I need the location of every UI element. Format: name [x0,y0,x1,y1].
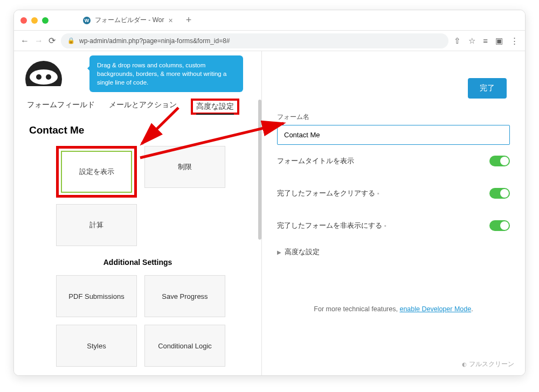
tab-title: フォームビルダー - Wor [95,16,164,25]
address-bar: ← → ⟳ 🔒 wp-admin/admin.php?page=ninja-fo… [14,31,525,51]
maximize-window-button[interactable] [42,17,49,24]
dev-mode-hint: For more technical features, enable Deve… [277,305,510,313]
tab-emails-actions[interactable]: メールとアクション [109,100,177,113]
fullscreen-link[interactable]: ◐ フルスクリーン [462,360,514,369]
back-button[interactable]: ← [20,36,29,46]
card-conditional-logic[interactable]: Conditional Logic [144,325,225,367]
url-field[interactable]: 🔒 wp-admin/admin.php?page=ninja-forms&fo… [61,33,448,48]
svg-point-3 [46,74,51,80]
form-name-input[interactable] [277,125,510,145]
enable-dev-mode-link[interactable]: enable Developer Mode [399,305,471,313]
chevron-right-icon: ▶ [277,249,281,255]
form-title: Contact Me [29,124,261,136]
card-save-progress[interactable]: Save Progress [144,275,225,317]
tab-advanced[interactable]: 高度な設定 [196,102,234,115]
svg-point-1 [30,69,58,85]
additional-settings-heading: Additional Settings [14,258,261,267]
toggle-clear[interactable] [489,188,510,199]
setting-clear-label: 完了したフォームをクリアする [277,189,375,197]
scrollbar[interactable] [258,100,261,240]
form-name-label: フォーム名 [277,113,510,122]
lock-icon: 🔒 [67,37,75,44]
help-icon[interactable]: ▪ [377,190,379,197]
card-pdf-submissions[interactable]: PDF Submissions [56,275,137,317]
share-icon[interactable]: ⇧ [454,36,461,46]
extensions-icon[interactable]: ▣ [495,36,503,46]
card-styles[interactable]: Styles [56,325,137,367]
toggle-show-title[interactable] [489,156,510,166]
advanced-settings-toggle[interactable]: ▶ 高度な設定 [277,247,510,257]
forward-button[interactable]: → [34,36,43,46]
close-tab-icon[interactable]: × [168,16,172,25]
fullscreen-icon: ◐ [462,361,467,367]
ninja-forms-logo [19,57,68,86]
toggle-hide[interactable] [489,220,510,231]
svg-point-2 [36,74,42,80]
reading-list-icon[interactable]: ≡ [483,36,488,46]
minimize-window-button[interactable] [31,17,38,24]
setting-show-title-label: フォームタイトルを表示 [277,156,354,166]
close-window-button[interactable] [20,17,27,24]
card-calculations[interactable]: 計算 [56,204,137,246]
browser-tab[interactable]: W フォームビルダー - Wor × [75,12,181,28]
tab-form-fields[interactable]: フォームフィールド [27,100,95,113]
menu-icon[interactable]: ⋮ [510,36,519,46]
star-icon[interactable]: ☆ [468,36,475,46]
reload-button[interactable]: ⟳ [49,36,56,46]
promo-tooltip: Drag & drop rows and columns, custom bac… [89,55,243,92]
url-text: wp-admin/admin.php?page=ninja-forms&form… [79,37,230,45]
new-tab-button[interactable]: + [186,15,192,26]
done-button[interactable]: 完了 [468,78,507,99]
window-titlebar: W フォームビルダー - Wor × + [14,10,525,31]
card-display-settings[interactable]: 設定を表示 [61,151,132,193]
card-restrictions[interactable]: 制限 [144,146,225,188]
help-icon[interactable]: ▪ [384,222,386,229]
wordpress-icon: W [83,17,91,24]
setting-hide-label: 完了したフォームを非表示にする [277,221,382,229]
